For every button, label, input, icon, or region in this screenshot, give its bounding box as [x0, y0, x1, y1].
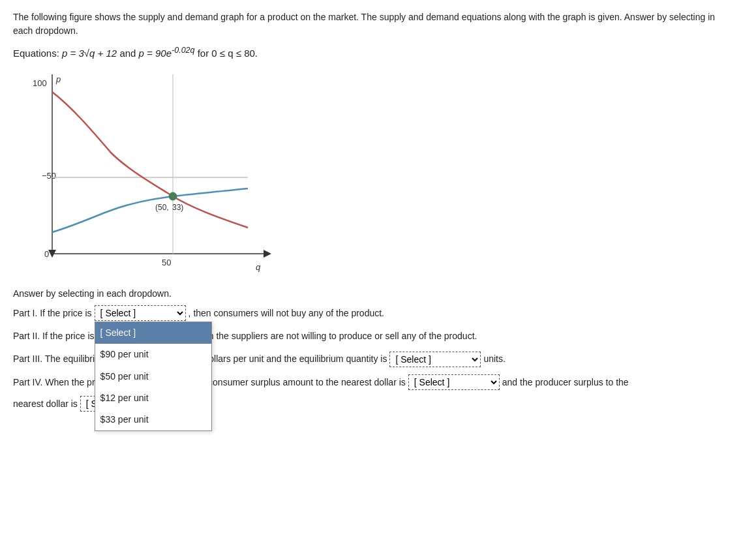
svg-text:100: 100 [33, 78, 47, 88]
qa-instruction: Answer by selecting in each dropdown. [13, 288, 743, 299]
svg-text:0: 0 [44, 249, 49, 259]
equation-line: Equations: p = 3√q + 12 and p = 90e-0.02… [13, 46, 743, 59]
svg-text:50: 50 [162, 258, 171, 267]
svg-text:−50: −50 [42, 171, 56, 181]
svg-text:(50,: (50, [155, 203, 169, 212]
svg-text:p: p [55, 74, 61, 84]
and-text: and [119, 48, 136, 59]
part1-suffix: , then consumers will not buy any of the… [189, 305, 384, 322]
part3-dropdown2[interactable]: [ Select ] 33 50 90 12 [389, 352, 481, 367]
graph-container: 100 −50 0 50 p q (50, 33) [13, 68, 287, 277]
part2-suffix: , then the suppliers are not willing to … [191, 328, 477, 344]
part1-option-90[interactable]: $90 per unit [95, 344, 211, 365]
part1-option-33[interactable]: $33 per unit [95, 409, 211, 430]
svg-text:33): 33) [172, 203, 183, 212]
part1-option-12[interactable]: $12 per unit [95, 387, 211, 409]
part2-label: Part II. If the price is [13, 328, 95, 344]
part3-label: Part III. The equilibrium [13, 351, 107, 367]
part4-suffix: and the producer surplus to the [502, 374, 629, 391]
part1-option-select[interactable]: [ Select ] [95, 322, 211, 344]
part4b-label: nearest dollar is [13, 399, 78, 409]
part1-option-50[interactable]: $50 per unit [95, 366, 211, 387]
supply-equation: p = 3√q + 12 [62, 48, 119, 59]
intro-text: The following figure shows the supply an… [13, 10, 731, 38]
part1-dropdown[interactable]: [ Select ] $90 per unit $50 per unit $12… [95, 305, 186, 321]
demand-equation: p = 90e-0.02q [139, 48, 198, 59]
part3-mid: dollars per unit and the equilibrium qua… [204, 351, 387, 367]
equation-label: Equations: [13, 48, 59, 59]
part1-row: Part I. If the price is [ Select ] $90 p… [13, 305, 743, 322]
intro-line1: The following figure shows the supply an… [13, 12, 667, 22]
part3-suffix: units. [483, 351, 505, 367]
svg-text:q: q [256, 262, 261, 272]
svg-point-11 [169, 192, 177, 200]
part1-label: Part I. If the price is [13, 305, 92, 322]
qa-section: Answer by selecting in each dropdown. Pa… [13, 288, 743, 412]
part4-dropdown[interactable]: [ Select ] $1000 $1200 $800 $950 [408, 374, 500, 390]
range-text: for 0 ≤ q ≤ 80. [198, 48, 258, 59]
part1-dropdown-wrapper[interactable]: [ Select ] $90 per unit $50 per unit $12… [95, 305, 186, 322]
part1-dropdown-list: [ Select ] $90 per unit $50 per unit $12… [95, 322, 212, 431]
supply-demand-graph: 100 −50 0 50 p q (50, 33) [13, 68, 287, 277]
